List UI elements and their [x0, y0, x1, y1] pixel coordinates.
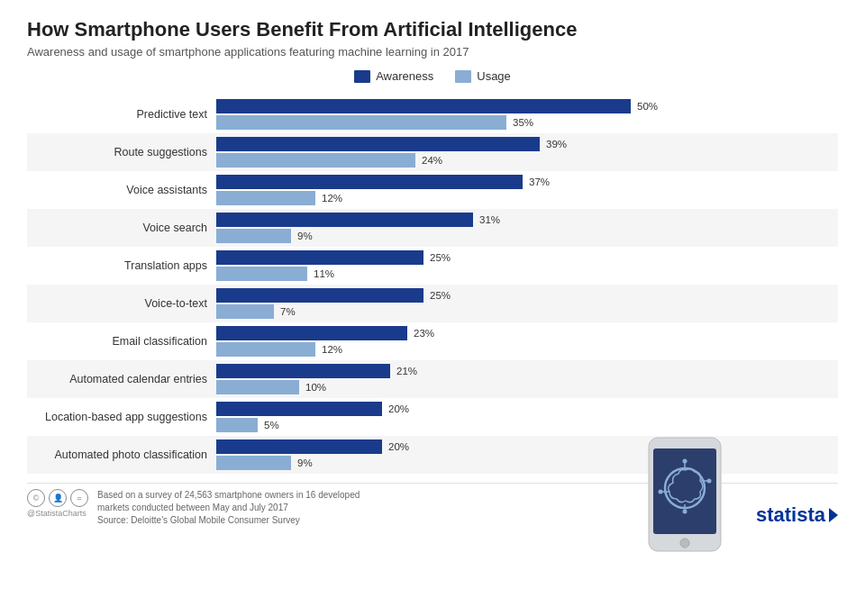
usage-value: 11%	[314, 268, 334, 279]
awareness-bar	[216, 326, 407, 340]
awareness-value: 25%	[430, 290, 451, 301]
usage-bar-row: 9%	[216, 229, 838, 243]
usage-bar-row: 9%	[216, 456, 838, 470]
chart-row: Translation apps 25% 11%	[27, 247, 838, 285]
footer-source: Based on a survey of 24,563 smartphone o…	[97, 489, 360, 527]
usage-bar	[216, 115, 506, 130]
usage-bar	[216, 304, 274, 319]
awareness-bar-row: 20%	[216, 439, 838, 454]
usage-bar	[216, 153, 415, 168]
chart-row: Voice assistants 37% 12%	[27, 171, 838, 209]
awareness-value: 20%	[388, 403, 409, 414]
usage-bar	[216, 456, 291, 470]
awareness-bar-row: 37%	[216, 175, 838, 189]
awareness-bar-row: 31%	[216, 213, 838, 227]
awareness-value: 20%	[388, 441, 409, 452]
footer-icons: © 👤 =	[27, 489, 88, 507]
usage-bar-row: 12%	[216, 191, 838, 205]
chart-row: Automated calendar entries 21% 10%	[27, 360, 838, 398]
legend-awareness-label: Awareness	[376, 69, 433, 83]
usage-value: 9%	[297, 231, 313, 241]
phone-graphic	[644, 436, 725, 553]
usage-value: 9%	[297, 457, 313, 468]
legend-awareness: Awareness	[354, 69, 433, 83]
credits-label: @StatistaCharts	[27, 509, 88, 518]
statista-label: statista	[756, 503, 825, 527]
bars-group: 39% 24%	[216, 137, 838, 168]
awareness-bar-row: 25%	[216, 288, 838, 303]
bars-group: 20% 9%	[216, 439, 838, 470]
svg-point-9	[659, 490, 663, 494]
awareness-value: 23%	[414, 328, 434, 339]
usage-value: 5%	[264, 420, 279, 430]
usage-bar-row: 7%	[216, 304, 838, 319]
row-label: Automated photo classification	[27, 448, 216, 462]
awareness-bar-row: 50%	[216, 99, 838, 113]
awareness-value: 21%	[396, 366, 417, 376]
row-label: Location-based app suggestions	[27, 411, 216, 424]
bars-group: 25% 7%	[216, 288, 838, 319]
usage-bar-row: 35%	[216, 115, 838, 130]
awareness-value: 50%	[637, 101, 658, 112]
awareness-bar	[216, 402, 382, 416]
awareness-bar-row: 20%	[216, 402, 838, 416]
awareness-value: 39%	[546, 139, 567, 149]
usage-bar	[216, 191, 315, 205]
awareness-value: 31%	[479, 214, 500, 225]
row-label: Translation apps	[27, 259, 216, 273]
awareness-bar	[216, 364, 390, 378]
awareness-bar	[216, 250, 423, 265]
chart-row: Voice-to-text 25% 7%	[27, 285, 838, 322]
footer-left: © 👤 = @StatistaCharts Based on a survey …	[27, 489, 360, 527]
usage-value: 12%	[322, 344, 342, 355]
chart-legend: Awareness Usage	[27, 69, 838, 83]
usage-value: 35%	[513, 117, 533, 128]
statista-brand: statista	[756, 503, 838, 527]
cc-icon: ©	[27, 489, 45, 507]
row-label: Voice search	[27, 222, 216, 235]
awareness-bar-row: 23%	[216, 326, 838, 340]
usage-bar	[216, 229, 291, 243]
usage-bar	[216, 342, 315, 357]
usage-bar-row: 5%	[216, 418, 838, 432]
bars-group: 21% 10%	[216, 364, 838, 394]
row-label: Voice assistants	[27, 184, 216, 197]
awareness-bar	[216, 213, 473, 227]
usage-bar	[216, 380, 299, 394]
awareness-value: 25%	[430, 252, 451, 263]
chart-area: Predictive text 50% 35% Route suggestion…	[27, 95, 838, 474]
usage-value: 24%	[422, 155, 442, 166]
bars-group: 50% 35%	[216, 99, 838, 130]
chart-row: Route suggestions 39% 24%	[27, 133, 838, 171]
row-label: Predictive text	[27, 108, 216, 122]
usage-bar-row: 12%	[216, 342, 838, 357]
row-label: Automated calendar entries	[27, 373, 216, 386]
svg-point-8	[707, 479, 712, 484]
awareness-bar-row: 25%	[216, 250, 838, 265]
usage-value: 10%	[305, 382, 326, 393]
svg-point-7	[683, 459, 687, 464]
usage-value: 7%	[280, 306, 296, 317]
svg-point-10	[683, 510, 687, 514]
svg-point-11	[680, 539, 689, 548]
row-label: Email classification	[27, 335, 216, 349]
usage-bar	[216, 267, 307, 281]
bars-group: 25% 11%	[216, 250, 838, 281]
awareness-bar	[216, 175, 523, 189]
awareness-bar	[216, 439, 382, 454]
chart-subtitle: Awareness and usage of smartphone applic…	[27, 45, 838, 59]
usage-bar-row: 24%	[216, 153, 838, 168]
legend-awareness-box	[354, 70, 370, 83]
usage-bar-row: 10%	[216, 380, 838, 394]
chart-row: Voice search 31% 9%	[27, 209, 838, 247]
awareness-bar	[216, 99, 631, 113]
bars-group: 31% 9%	[216, 213, 838, 243]
chart-title: How Smartphone Users Benefit From Artifi…	[27, 18, 838, 41]
statista-arrow-icon	[829, 508, 838, 522]
chart-container: How Smartphone Users Benefit From Artifi…	[0, 0, 865, 616]
awareness-bar-row: 21%	[216, 364, 838, 378]
awareness-bar	[216, 288, 423, 303]
chart-row: Location-based app suggestions 20% 5%	[27, 398, 838, 436]
awareness-bar-row: 39%	[216, 137, 838, 151]
legend-usage-box	[455, 70, 471, 83]
